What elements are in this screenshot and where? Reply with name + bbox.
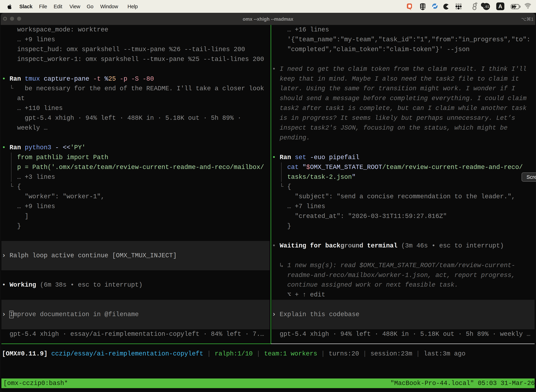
svg-text:..61: ..61 <box>483 5 489 9</box>
svg-text:A: A <box>498 3 502 9</box>
